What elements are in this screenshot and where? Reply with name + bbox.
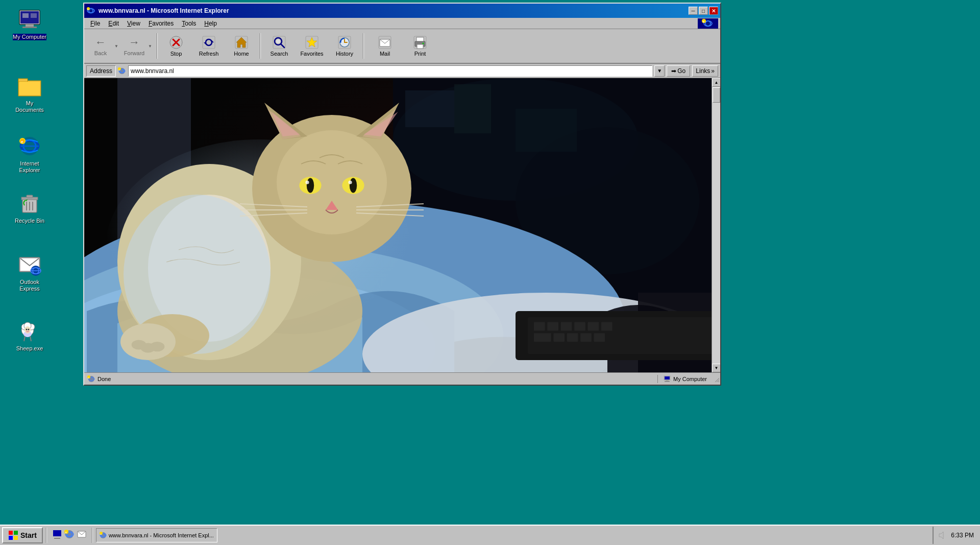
svg-rect-136 xyxy=(567,333,578,342)
print-icon xyxy=(413,35,427,50)
history-button[interactable]: History xyxy=(329,31,360,61)
svg-line-39 xyxy=(30,336,31,341)
forward-button-group[interactable]: → Forward ▼ xyxy=(122,31,154,61)
scroll-thumb[interactable] xyxy=(713,87,720,103)
mail-button[interactable]: Mail xyxy=(367,31,403,61)
svg-point-75 xyxy=(423,43,424,44)
svg-point-125 xyxy=(150,342,165,351)
svg-rect-8 xyxy=(18,79,28,82)
history-icon xyxy=(337,35,352,50)
sheep-exe-label: Sheep.exe xyxy=(16,345,43,352)
quick-outlook[interactable] xyxy=(77,529,87,541)
vertical-scrollbar[interactable]: ▲ ▼ xyxy=(712,78,720,372)
internet-explorer-label: Internet Explorer xyxy=(11,160,48,174)
my-documents-label: My Documents xyxy=(11,100,48,113)
links-arrow-icon: » xyxy=(711,67,715,75)
status-computer-icon xyxy=(663,375,671,383)
home-button[interactable]: Home xyxy=(226,31,257,61)
maximize-button[interactable]: □ xyxy=(699,7,708,15)
svg-rect-74 xyxy=(417,44,423,49)
go-button[interactable]: ➡ Go xyxy=(667,65,690,77)
go-arrow-icon: ➡ xyxy=(671,67,676,75)
start-button[interactable]: Start xyxy=(2,527,43,543)
svg-rect-138 xyxy=(594,333,605,342)
quick-show-desktop[interactable] xyxy=(52,529,62,541)
back-button[interactable]: ← Back xyxy=(88,31,113,61)
svg-text:e: e xyxy=(87,8,89,11)
desktop-icon-recycle-bin[interactable]: Recycle Bin xyxy=(9,189,50,226)
close-button[interactable]: ✕ xyxy=(709,7,718,15)
volume-icon[interactable] xyxy=(938,531,947,540)
svg-rect-152 xyxy=(14,531,18,535)
svg-rect-19 xyxy=(27,195,33,198)
scroll-down-button[interactable]: ▼ xyxy=(712,364,720,372)
svg-rect-9 xyxy=(19,82,40,95)
search-button[interactable]: Search xyxy=(264,31,295,61)
back-button-group[interactable]: ← Back ▼ xyxy=(88,31,120,61)
desktop-icon-outlook-express[interactable]: Outlook Express xyxy=(9,250,50,294)
svg-rect-145 xyxy=(665,376,670,380)
mail-label: Mail xyxy=(380,51,390,57)
desktop-icon-my-computer[interactable]: My Computer xyxy=(9,5,50,42)
svg-rect-147 xyxy=(665,381,670,382)
outlook-express-label: Outlook Express xyxy=(11,279,48,292)
desktop-icon-my-documents[interactable]: My Documents xyxy=(9,72,50,115)
svg-rect-5 xyxy=(22,13,29,18)
svg-rect-131 xyxy=(574,322,585,331)
title-bar: e www.bnnvara.nl - Microsoft Internet Ex… xyxy=(84,4,720,18)
links-button[interactable]: Links » xyxy=(692,65,718,77)
menu-view[interactable]: View xyxy=(123,19,144,28)
system-tray: 6:33 PM xyxy=(933,527,978,544)
menu-file[interactable]: File xyxy=(86,19,104,28)
address-input[interactable] xyxy=(128,65,652,77)
scroll-up-button[interactable]: ▲ xyxy=(712,78,720,87)
svg-point-37 xyxy=(26,331,29,333)
status-left: e Done xyxy=(84,375,658,383)
resize-grip-icon xyxy=(714,377,719,382)
refresh-button[interactable]: Refresh xyxy=(193,31,224,61)
status-right: My Computer xyxy=(658,375,712,383)
taskbar-active-window[interactable]: e www.bnnvara.nl - Microsoft Internet Ex… xyxy=(96,528,217,542)
forward-dropdown[interactable]: ▼ xyxy=(146,31,154,61)
scroll-track[interactable] xyxy=(712,87,720,364)
back-dropdown[interactable]: ▼ xyxy=(113,31,120,61)
address-dropdown[interactable]: ▼ xyxy=(654,65,665,77)
minimize-button[interactable]: ─ xyxy=(689,7,698,15)
menu-tools[interactable]: Tools xyxy=(178,19,200,28)
recycle-bin-label: Recycle Bin xyxy=(15,218,44,224)
svg-rect-3 xyxy=(22,27,37,28)
favorites-button[interactable]: Favorites xyxy=(297,31,327,61)
svg-text:e: e xyxy=(65,531,67,534)
menu-help[interactable]: Help xyxy=(200,19,221,28)
resize-handle[interactable] xyxy=(712,375,720,383)
refresh-icon xyxy=(202,35,216,50)
start-label: Start xyxy=(20,531,37,539)
menu-favorites[interactable]: Favorites xyxy=(144,19,178,28)
stop-icon xyxy=(169,35,183,50)
toolbar: ← Back ▼ → Forward ▼ Stop xyxy=(84,29,720,64)
title-bar-ie-icon: e xyxy=(86,6,95,15)
search-label: Search xyxy=(271,51,288,57)
menu-edit[interactable]: Edit xyxy=(104,19,123,28)
status-ie-icon: e xyxy=(87,375,95,383)
print-button[interactable]: Print xyxy=(405,31,435,61)
desktop-icon-internet-explorer[interactable]: e Internet Explorer xyxy=(9,132,50,176)
windows-logo-icon xyxy=(8,530,18,540)
recycle-bin-icon xyxy=(17,191,42,216)
quick-ie[interactable]: e xyxy=(64,529,75,541)
svg-rect-135 xyxy=(553,333,565,342)
favorites-icon xyxy=(305,35,319,50)
svg-rect-88 xyxy=(516,109,577,152)
svg-rect-87 xyxy=(454,84,491,133)
svg-point-112 xyxy=(305,180,309,184)
forward-button[interactable]: → Forward xyxy=(122,31,146,61)
stop-button[interactable]: Stop xyxy=(161,31,191,61)
svg-point-113 xyxy=(348,180,352,184)
taskbar: Start e xyxy=(0,525,980,545)
desktop-icon-sheep-exe[interactable]: Sheep.exe xyxy=(9,317,50,354)
svg-rect-151 xyxy=(9,531,13,535)
svg-rect-134 xyxy=(534,333,551,342)
svg-rect-130 xyxy=(561,322,572,331)
stop-label: Stop xyxy=(170,51,182,57)
svg-point-35 xyxy=(26,329,28,330)
